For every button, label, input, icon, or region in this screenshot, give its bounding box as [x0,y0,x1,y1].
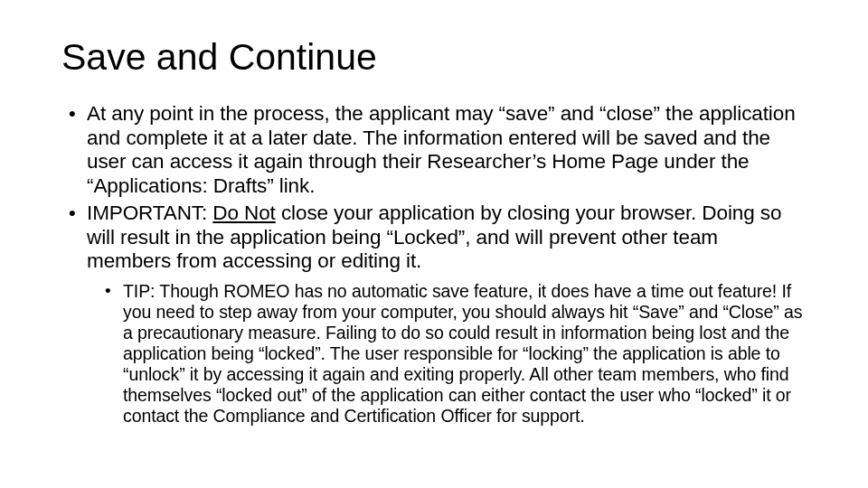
slide: Save and Continue At any point in the pr… [0,0,868,488]
bullet-item-1: At any point in the process, the applica… [87,102,807,198]
bullet-list: At any point in the process, the applica… [61,102,807,427]
bullet-item-2: IMPORTANT: Do Not close your application… [87,202,807,427]
bullet-item-2-emphasis: Do Not [212,202,275,224]
bullet-item-2-prefix: IMPORTANT: [87,202,212,224]
slide-title: Save and Continue [61,38,807,77]
sub-bullet-item-1: TIP: Though ROMEO has no automatic save … [123,281,807,427]
sub-bullet-list: TIP: Though ROMEO has no automatic save … [87,281,807,427]
